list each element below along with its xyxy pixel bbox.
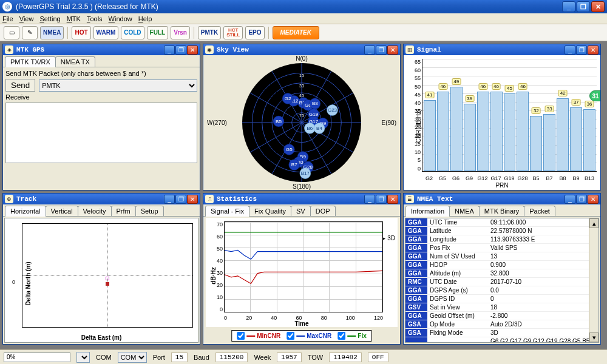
scrollbar[interactable]: ▴ ▾ — [589, 218, 599, 342]
nmea-close-button[interactable]: ✕ — [588, 195, 599, 204]
signal-minimize-button[interactable]: _ — [565, 46, 575, 55]
toolbar-cold-button[interactable]: COLD — [121, 26, 144, 39]
nmea-maximize-button[interactable]: ❐ — [576, 195, 587, 204]
nmea-sentence: GGA — [405, 235, 427, 244]
tab-prfm[interactable]: Prfm — [111, 206, 136, 216]
signal-ylabel: CNR(dB·Hz) — [415, 109, 422, 143]
mtk-titlebar[interactable]: ◈ MTK GPS _ ❐ ✕ — [3, 44, 200, 55]
table-row[interactable]: GGAHDOP0.900 — [405, 261, 599, 269]
toolbar-mediatek-button[interactable]: MEDIATEK — [273, 26, 319, 39]
signal-maximize-button[interactable]: ❐ — [576, 46, 587, 55]
table-row[interactable]: GGADGPS ID0 — [405, 295, 599, 303]
tab-nmea-tx[interactable]: NMEA TX — [55, 56, 95, 67]
toolbar-full-button[interactable]: FULL — [147, 26, 169, 39]
mtk-close-button[interactable]: ✕ — [187, 46, 198, 55]
sky-maximize-button[interactable]: ❐ — [376, 46, 387, 55]
tab-vertical[interactable]: Vertical — [46, 206, 78, 216]
nmea-table-wrap[interactable]: GGAUTC Time09:11:06.000GGALatitude22.578… — [405, 218, 599, 343]
scroll-up-button[interactable]: ▴ — [589, 218, 599, 228]
sky-close-button[interactable]: ✕ — [387, 46, 398, 55]
main-maximize-button[interactable]: ❐ — [577, 1, 590, 12]
stats-ylabel: dB·Hz — [210, 267, 217, 284]
sky-minimize-button[interactable]: _ — [364, 46, 375, 55]
send-button[interactable]: Send — [5, 79, 35, 92]
nmea-sentence: RMC — [405, 278, 427, 286]
table-row[interactable]: GGALongitude113.90763333 E — [405, 235, 599, 244]
table-row[interactable]: GGAUTC Time09:11:06.000 — [405, 218, 599, 227]
toolbar-pmtk-button[interactable]: PMTK — [198, 26, 221, 39]
table-row[interactable]: GSASV in UsedG6 G2 G17 G9 G12 G19 G28 G5… — [405, 337, 599, 343]
main-close-button[interactable]: ✕ — [591, 1, 605, 12]
table-row[interactable]: GSAOp ModeAuto 2D/3D — [405, 320, 599, 329]
menu-window[interactable]: Window — [109, 15, 132, 22]
tab-sv[interactable]: SV — [291, 206, 311, 216]
track-minimize-button[interactable]: _ — [164, 195, 175, 204]
toolbar-separator — [194, 27, 194, 39]
stats-xlabel: Time — [294, 320, 308, 327]
table-row[interactable]: GSVSat in View18 — [405, 303, 599, 312]
sky-titlebar[interactable]: ◉ Sky View _ ❐ ✕ — [203, 44, 400, 55]
tab-setup[interactable]: Setup — [135, 206, 164, 216]
stats-minimize-button[interactable]: _ — [364, 195, 375, 204]
track-maximize-button[interactable]: ❐ — [175, 195, 186, 204]
table-row[interactable]: GGAGeoid Offset (m)-2.800 — [405, 312, 599, 320]
menu-tools[interactable]: Tools — [87, 15, 103, 22]
signal-bar: 46 — [490, 92, 503, 171]
tab-pmtk-txrx[interactable]: PMTK TX/RX — [5, 56, 56, 67]
legend-min-checkbox[interactable] — [237, 332, 245, 340]
signal-bar: 33 — [543, 114, 555, 171]
legend-max-checkbox[interactable] — [287, 332, 294, 340]
toolbar-hot-button[interactable]: HOT — [72, 26, 90, 39]
tab-horizontal[interactable]: Horizontal — [5, 206, 46, 217]
com-select[interactable]: COM — [118, 352, 147, 363]
nmea-titlebar[interactable]: ≣ NMEA Text _ ❐ ✕ — [404, 194, 600, 204]
signal-titlebar[interactable]: ▥ Signal _ ❐ ✕ — [404, 44, 600, 55]
legend-fix-checkbox[interactable] — [337, 332, 345, 340]
table-row[interactable]: RMCUTC Date2017-07-10 — [405, 278, 599, 286]
nmea-field: Sat in View — [427, 303, 488, 312]
stats-titlebar[interactable]: ⎍ Statistics _ ❐ ✕ — [203, 194, 400, 204]
table-row[interactable]: GGALatitude22.57878000 N — [405, 227, 599, 235]
toolbar-hctstill-button[interactable]: HCTSTILL — [223, 26, 243, 39]
table-row[interactable]: GGAAltitude (m)32.800 — [405, 269, 599, 278]
tab-packet[interactable]: Packet — [524, 206, 555, 216]
tab-nmea[interactable]: NMEA — [449, 206, 480, 216]
stats-close-button[interactable]: ✕ — [387, 195, 398, 204]
tab-mtk-binary[interactable]: MTK Binary — [479, 206, 524, 216]
scroll-down-button[interactable]: ▾ — [589, 332, 599, 342]
toolbar-warm-button[interactable]: WARM — [93, 26, 119, 39]
toolbar-nmea-button[interactable]: NMEA — [40, 26, 64, 39]
menu-view[interactable]: View — [19, 15, 34, 22]
menu-mtk[interactable]: MTK — [67, 15, 81, 22]
toolbar-open-button[interactable]: ▭ — [4, 26, 19, 39]
tab-information[interactable]: Information — [405, 206, 450, 217]
receive-textarea[interactable] — [5, 103, 197, 163]
track-titlebar[interactable]: ⊕ Track _ ❐ ✕ — [3, 194, 200, 204]
table-row[interactable]: GGADGPS Age (s)0.0 — [405, 286, 599, 295]
table-row[interactable]: GSAFixing Mode3D — [405, 329, 599, 337]
menu-file[interactable]: File — [2, 15, 13, 22]
signal-close-button[interactable]: ✕ — [588, 46, 599, 55]
nmea-minimize-button[interactable]: _ — [565, 195, 575, 204]
tab-velocity[interactable]: Velocity — [78, 206, 112, 216]
tab-fix-quality[interactable]: Fix Quality — [249, 206, 291, 216]
track-close-button[interactable]: ✕ — [187, 195, 198, 204]
toolbar-vrsn-button[interactable]: Vrsn — [171, 26, 190, 39]
stats-title: Statistics — [217, 195, 364, 203]
mtk-minimize-button[interactable]: _ — [164, 46, 175, 55]
table-row[interactable]: GGAPos FixValid SPS — [405, 244, 599, 252]
menu-help[interactable]: Help — [138, 15, 152, 22]
toolbar-epo-button[interactable]: EPO — [245, 26, 264, 39]
tab-signal-fix[interactable]: Signal - Fix — [205, 206, 249, 217]
table-row[interactable]: GGANum of SV Used13 — [405, 252, 599, 261]
svg-text:G5: G5 — [286, 147, 293, 152]
nmea-value: 0.0 — [488, 286, 599, 295]
toolbar-feather-button[interactable]: ✎ — [22, 26, 38, 39]
tab-dop[interactable]: DOP — [310, 206, 336, 216]
main-minimize-button[interactable]: _ — [562, 1, 575, 12]
stats-maximize-button[interactable]: ❐ — [376, 195, 387, 204]
menu-setting[interactable]: Setting — [39, 15, 60, 22]
status-dropdown[interactable] — [76, 352, 90, 363]
pmtk-select[interactable]: PMTK — [39, 79, 197, 92]
mtk-maximize-button[interactable]: ❐ — [175, 46, 186, 55]
